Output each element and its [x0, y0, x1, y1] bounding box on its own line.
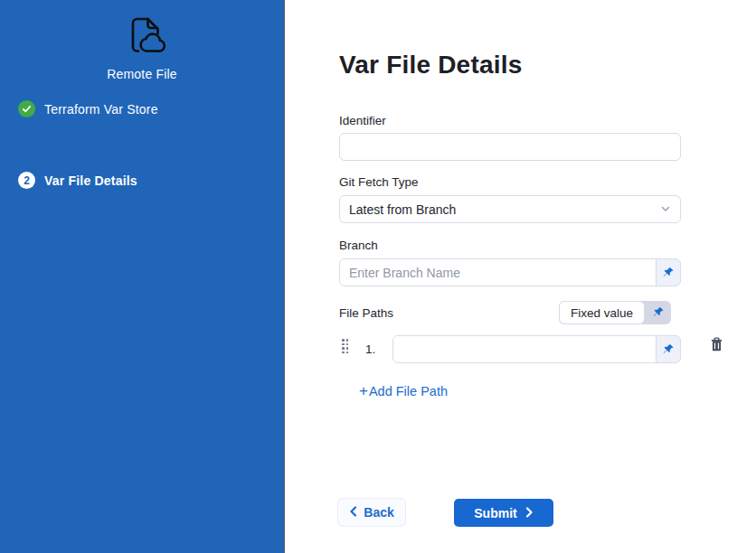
submit-button[interactable]: Submit [454, 499, 553, 527]
identifier-label: Identifier [339, 114, 386, 127]
identifier-input[interactable] [339, 133, 681, 161]
add-file-path-label: Add File Path [369, 384, 448, 398]
trash-icon [709, 336, 724, 355]
branch-input[interactable] [340, 259, 657, 286]
chevron-right-icon [525, 506, 534, 520]
remote-file-cloud-icon [118, 12, 165, 62]
git-fetch-type-select[interactable]: Latest from Branch [339, 195, 681, 223]
pushpin-icon[interactable] [657, 336, 680, 362]
sidebar-step-terraform-var-store[interactable]: Terraform Var Store [18, 100, 158, 117]
sidebar-step-var-file-details[interactable]: 2 Var File Details [18, 172, 137, 189]
file-path-input[interactable] [393, 336, 657, 362]
file-paths-label: File Paths [339, 306, 393, 320]
file-paths-type-selector: Fixed value [559, 301, 671, 324]
store-type-label: Remote File [107, 67, 177, 81]
drag-handle-icon[interactable] [342, 339, 348, 353]
branch-input-group [339, 258, 681, 286]
file-path-row-index: 1. [365, 342, 375, 356]
back-button-label: Back [364, 505, 393, 520]
step-number-badge: 2 [18, 172, 35, 189]
wizard-sidebar: Remote File Terraform Var Store 2 Var Fi… [0, 0, 285, 553]
add-file-path-button[interactable]: + Add File Path [359, 383, 448, 398]
store-brand: Remote File [0, 12, 284, 81]
back-button[interactable]: Back [337, 498, 406, 527]
pushpin-icon[interactable] [657, 259, 680, 286]
git-fetch-type-label: Git Fetch Type [339, 175, 419, 189]
git-fetch-type-value: Latest from Branch [349, 202, 456, 217]
delete-file-path-button[interactable] [707, 336, 725, 354]
step-label: Var File Details [44, 173, 137, 188]
branch-label: Branch [339, 239, 378, 252]
file-path-input-group [392, 335, 681, 363]
chevron-left-icon [349, 505, 357, 520]
fixed-value-button[interactable]: Fixed value [559, 301, 645, 324]
chevron-down-icon [660, 202, 671, 217]
page-title: Var File Details [339, 51, 522, 80]
submit-button-label: Submit [474, 506, 516, 520]
step-label: Terraform Var Store [44, 102, 158, 117]
var-file-details-screen: Remote File Terraform Var Store 2 Var Fi… [0, 0, 756, 553]
plus-icon: + [359, 383, 368, 398]
check-icon [18, 100, 35, 117]
pushpin-icon[interactable] [645, 301, 671, 324]
